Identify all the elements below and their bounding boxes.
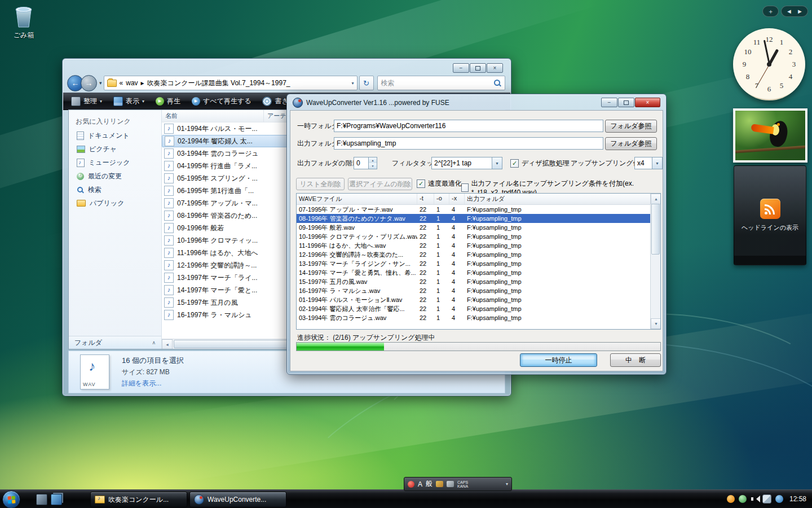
col-t[interactable]: -t [417, 194, 434, 204]
start-button[interactable] [2, 491, 20, 508]
wave-row[interactable]: 14-1997年 マーチ「愛と勇気、憧れ、希... 22 1 4 F:¥upsa… [297, 268, 651, 277]
music-file-icon: ♪ [164, 198, 174, 208]
col-o[interactable]: -o [434, 194, 449, 204]
taps-combobox[interactable]: 2^[22]+1 tap ▼ [431, 157, 502, 169]
minimize-button[interactable]: − [601, 98, 617, 107]
taskbar-task[interactable]: 吹奏楽コンクール... [90, 492, 187, 507]
power-icon[interactable] [775, 495, 783, 503]
favorite-link[interactable]: ピクチャ [69, 142, 161, 156]
minimize-button[interactable]: − [453, 63, 469, 73]
play-button[interactable]: ▶ 再生 [156, 97, 180, 106]
cell-x: 4 [449, 269, 465, 276]
organize-menu[interactable]: 整理 ▾ [71, 97, 102, 106]
wave-row[interactable]: 11-1996年 はるか、大地へ.wav 22 1 4 F:¥upsamplin… [297, 241, 651, 250]
cell-out: F:¥upsampling_tmp [465, 224, 651, 231]
favorite-link[interactable]: パブリック [69, 196, 161, 210]
col-x[interactable]: -x [449, 194, 465, 204]
favorite-link[interactable]: 検索 [69, 183, 161, 196]
dither-checkbox[interactable]: ✓ [510, 159, 519, 168]
breadcrumb-folder[interactable]: 吹奏楽コンクール課題曲集 Vol.7_1994～1997_ [147, 78, 349, 88]
caps-indicator[interactable]: CAPS [457, 480, 468, 484]
scroll-left-button[interactable]: ◄ [162, 339, 173, 349]
eject-icon[interactable] [739, 495, 747, 503]
wave-row[interactable]: 16-1997年 ラ・マルシュ.wav 22 1 4 F:¥upsampling… [297, 286, 651, 295]
ime-pad-icon[interactable] [436, 481, 443, 487]
maximize-button[interactable] [470, 63, 486, 73]
address-dropdown-icon[interactable]: ▾ [352, 81, 354, 86]
abort-button[interactable]: 中 断 [610, 353, 661, 367]
views-menu[interactable]: 表示 ▾ [113, 97, 144, 106]
show-details-link[interactable]: 詳細を表示... [122, 379, 184, 388]
feed-headlines-gadget[interactable]: ヘッドラインの表示 [734, 165, 806, 265]
slideshow-gadget[interactable] [733, 108, 807, 163]
speed-checkbox[interactable]: ✓ [417, 179, 425, 188]
recent-pages-dropdown[interactable]: ▾ [99, 80, 102, 86]
close-button[interactable]: × [635, 98, 660, 107]
breadcrumb-separator-icon[interactable]: ▸ [141, 79, 144, 87]
kana-indicator[interactable]: KANA [457, 484, 468, 488]
out-folder-input[interactable]: F:¥upsampling_tmp [334, 137, 603, 150]
temp-folder-input[interactable]: F:¥Programs¥WaveUpConverter116 [334, 120, 603, 132]
scroll-up-button[interactable]: ▲ [651, 194, 661, 204]
window-switcher-icon[interactable] [51, 494, 62, 505]
wave-row[interactable]: 01-1994年 パルス・モーションⅡ.wav 22 1 4 F:¥upsamp… [297, 295, 651, 304]
col-wavefile[interactable]: WAVEファイル [297, 194, 417, 204]
wave-row[interactable]: 13-1997年 マーチ「ライジング・サン... 22 1 4 F:¥upsam… [297, 259, 651, 268]
wave-row[interactable]: 12-1996年 交響的譚詩～吹奏楽のた... 22 1 4 F:¥upsamp… [297, 250, 651, 259]
gadget-pager[interactable]: ◄ ► [781, 6, 808, 17]
dropdown-icon[interactable]: ▼ [492, 157, 502, 169]
search-icon[interactable] [494, 80, 501, 87]
maximize-button[interactable] [618, 98, 634, 107]
recycle-bin[interactable]: ごみ箱 [8, 3, 39, 40]
delete-selected-button[interactable]: 選択アイテムの削除 [348, 178, 412, 190]
column-header-name[interactable]: 名前 [162, 110, 264, 122]
spinner-arrows[interactable]: ▲ ▼ [368, 157, 377, 169]
wave-row[interactable]: 02-1994年 饗応婦人 太宰治作「饗応... 22 1 4 F:¥upsam… [297, 304, 651, 313]
favorite-link[interactable]: ドキュメント [69, 129, 161, 142]
rate-combobox[interactable]: x4 ▼ [634, 157, 663, 169]
clock-gadget[interactable]: 121234567891011 [733, 28, 805, 100]
breadcrumb[interactable]: « wav ▸ 吹奏楽コンクール課題曲集 Vol.7_1994～1997_ ▾ [104, 76, 358, 90]
clear-list-button[interactable]: リスト全削除 [296, 178, 345, 190]
taskbar-task[interactable]: WaveUpConverte... [189, 492, 286, 507]
forward-button[interactable]: → [81, 75, 97, 91]
close-button[interactable]: × [487, 63, 503, 73]
file-name: 03-1994年 雲のコラージュ [177, 149, 259, 159]
ime-options-icon[interactable]: ▾ [506, 481, 508, 487]
breadcrumb-overflow[interactable]: « [120, 79, 123, 87]
network-icon[interactable] [762, 494, 771, 503]
cell-t: 22 [417, 287, 434, 294]
wave-row[interactable]: 07-1995年 アップル・マーチ.wav 22 1 4 F:¥upsampli… [297, 205, 651, 214]
wave-row[interactable]: 08-1996年 管楽器のためのソナタ.wav 22 1 4 F:¥upsamp… [297, 214, 651, 223]
play-all-button[interactable]: ▶ すべて再生する [192, 97, 251, 106]
browse-out-button[interactable]: フォルダ参照 [605, 137, 657, 150]
col-outfolder[interactable]: 出力フォルダ [465, 194, 660, 204]
wave-row[interactable]: 10-1996年 クロマティック・プリズム.wav 22 1 4 F:¥upsa… [297, 232, 651, 241]
browse-temp-button[interactable]: フォルダ参照 [605, 120, 657, 133]
ime-status-icon[interactable] [408, 481, 414, 488]
wave-row[interactable]: 09-1996年 般若.wav 22 1 4 F:¥upsampling_tmp [297, 223, 651, 232]
search-box[interactable]: 検索 [377, 76, 505, 90]
breadcrumb-root[interactable]: wav [126, 79, 138, 87]
update-icon[interactable] [727, 495, 735, 503]
wave-row[interactable]: 03-1994年 雲のコラージュ.wav 22 1 4 F:¥upsamplin… [297, 313, 651, 322]
ime-input-mode[interactable]: A [418, 480, 422, 488]
scroll-down-button[interactable]: ▼ [651, 318, 661, 329]
ime-conversion-mode[interactable]: 般 [426, 479, 433, 489]
favorite-link[interactable]: 最近の変更 [69, 169, 161, 183]
dropdown-icon[interactable]: ▼ [652, 157, 662, 169]
ime-tools-icon[interactable] [447, 481, 454, 487]
taskbar-clock[interactable]: 12:58 [789, 495, 806, 503]
pause-button[interactable]: 一時停止 [520, 353, 597, 367]
depth-spinner[interactable]: 0 ▲ ▼ [354, 157, 377, 169]
scrollbar-thumb[interactable] [651, 204, 660, 255]
volume-icon[interactable] [751, 495, 758, 503]
show-desktop-icon[interactable] [36, 494, 47, 505]
add-gadget-button[interactable]: ＋ [762, 6, 779, 17]
vertical-scrollbar[interactable]: ▲ ▼ [650, 194, 660, 329]
folders-band[interactable]: フォルダ ∧ [69, 336, 161, 349]
refresh-button[interactable]: ↻ [359, 76, 374, 90]
append-checkbox[interactable] [461, 183, 469, 192]
favorite-link[interactable]: ミュージック [69, 156, 161, 169]
wave-row[interactable]: 15-1997年 五月の風.wav 22 1 4 F:¥upsampling_t… [297, 277, 651, 286]
